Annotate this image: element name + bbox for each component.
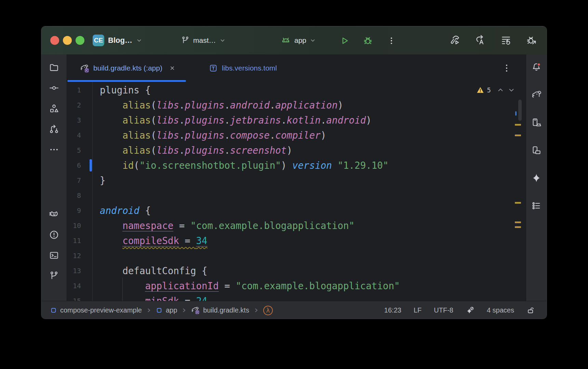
device-manager-icon[interactable] xyxy=(531,117,542,128)
line-number[interactable]: 10 xyxy=(67,221,81,230)
file-encoding[interactable]: UTF-8 xyxy=(434,306,453,314)
code-text: namespace = "com.example.blogapplication… xyxy=(81,220,355,231)
notifications-bell-icon[interactable] xyxy=(531,62,542,72)
breadcrumb-label: build.gradle.kts xyxy=(203,306,249,314)
code-line[interactable]: 5 alias(libs.plugins.screenshot) xyxy=(67,143,526,158)
tab-options-kebab-icon[interactable] xyxy=(502,63,511,73)
close-icon[interactable] xyxy=(169,64,176,72)
inspections-widget[interactable]: 5 xyxy=(476,86,516,94)
minimize-window-button[interactable] xyxy=(63,36,72,45)
logcat-icon[interactable] xyxy=(49,209,59,219)
code-line[interactable]: 1plugins { xyxy=(67,82,526,98)
unlock-icon[interactable] xyxy=(526,306,535,315)
desktop: CE Blog… mast… xyxy=(0,0,588,369)
line-number[interactable]: 6 xyxy=(67,161,81,169)
code-text: alias(libs.plugins.screenshot) xyxy=(81,145,292,156)
structure-icon[interactable] xyxy=(49,103,59,114)
workspace: build.gradle.kts (:app) libs.versions.to… xyxy=(41,54,547,301)
gemini-sparkle-icon[interactable] xyxy=(531,173,542,183)
tab-label: build.gradle.kts (:app) xyxy=(93,64,162,72)
line-number[interactable]: 8 xyxy=(67,191,81,200)
attach-debugger-icon[interactable] xyxy=(526,35,537,46)
chevron-right-icon xyxy=(146,308,151,313)
pull-requests-icon[interactable] xyxy=(49,124,59,134)
line-number[interactable]: 3 xyxy=(67,116,81,124)
running-devices-icon[interactable] xyxy=(531,145,542,155)
ai-assistant-off-icon[interactable] xyxy=(466,306,475,315)
sync-translate-icon[interactable] xyxy=(475,35,486,46)
code-line[interactable]: 4 alias(libs.plugins.compose.compiler) xyxy=(67,128,526,143)
zoom-window-button[interactable] xyxy=(76,36,84,45)
indent-setting[interactable]: 4 spaces xyxy=(487,306,514,314)
chevron-down-icon xyxy=(310,37,316,43)
line-number[interactable]: 2 xyxy=(67,101,81,109)
line-number[interactable]: 9 xyxy=(67,206,81,215)
project-widget[interactable]: CE Blog… xyxy=(93,26,142,54)
cursor-position[interactable]: 16:23 xyxy=(384,306,401,314)
code-text: applicationId = "com.example.blogapplica… xyxy=(81,280,400,291)
code-line[interactable]: 13 defaultConfig { xyxy=(67,263,526,278)
breadcrumb-item-project[interactable]: compose-preview-example xyxy=(50,306,142,314)
close-window-button[interactable] xyxy=(50,36,59,45)
code-line[interactable]: 8 xyxy=(67,188,526,203)
right-toolwindow-rail xyxy=(526,54,547,301)
vcs-change-stripe-mark[interactable] xyxy=(515,111,517,116)
breadcrumb-item-file[interactable]: build.gradle.kts xyxy=(191,306,249,315)
code-line[interactable]: 11 compileSdk = 34 xyxy=(67,233,526,248)
tab-build-gradle[interactable]: build.gradle.kts (:app) xyxy=(67,54,186,82)
status-widgets: 16:23 LF UTF-8 4 spaces xyxy=(384,306,535,315)
terminal-icon[interactable] xyxy=(49,250,59,260)
line-number[interactable]: 13 xyxy=(67,267,81,275)
commit-icon[interactable] xyxy=(49,83,59,93)
run-config-name: app xyxy=(294,36,306,44)
run-configuration-widget[interactable]: app xyxy=(281,26,316,54)
line-number[interactable]: 11 xyxy=(67,237,81,245)
toml-file-icon xyxy=(209,64,218,73)
titlebar-actions xyxy=(449,35,537,46)
line-separator[interactable]: LF xyxy=(414,306,422,314)
line-number[interactable]: 15 xyxy=(67,297,81,301)
warning-stripe-mark[interactable] xyxy=(515,226,521,228)
warning-stripe-mark[interactable] xyxy=(515,221,521,223)
warning-stripe-mark[interactable] xyxy=(515,202,521,204)
code-line[interactable]: 7} xyxy=(67,173,526,188)
code-editor[interactable]: 1plugins {2 alias(libs.plugins.android.a… xyxy=(67,82,526,301)
todo-list-icon[interactable] xyxy=(531,201,542,211)
more-tools-icon[interactable] xyxy=(49,144,59,155)
code-line[interactable]: 3 alias(libs.plugins.jetbrains.kotlin.an… xyxy=(67,113,526,128)
gradle-icon[interactable] xyxy=(531,90,542,100)
warning-stripe-mark[interactable] xyxy=(515,135,521,136)
line-number[interactable]: 4 xyxy=(67,131,81,139)
previous-problem-chevron-up-icon[interactable] xyxy=(496,86,505,94)
warning-stripe-mark[interactable] xyxy=(515,124,521,126)
line-number[interactable]: 1 xyxy=(67,86,81,94)
line-number[interactable]: 5 xyxy=(67,146,81,154)
kotlin-script-badge[interactable]: λ xyxy=(263,306,273,315)
debug-button[interactable] xyxy=(362,35,373,46)
code-line[interactable]: 14 applicationId = "com.example.blogappl… xyxy=(67,278,526,293)
tab-libs-versions[interactable]: libs.versions.toml xyxy=(196,54,287,82)
titlebar: CE Blog… mast… xyxy=(41,26,547,54)
code-line[interactable]: 12 xyxy=(67,248,526,263)
code-line[interactable]: 6 id("io.screenshotbot.plugin") version … xyxy=(67,158,526,173)
line-number[interactable]: 7 xyxy=(67,176,81,185)
branch-widget[interactable]: mast… xyxy=(181,26,226,54)
code-line[interactable]: 2 alias(libs.plugins.android.application… xyxy=(67,98,526,113)
code-line[interactable]: 9android { xyxy=(67,203,526,218)
git-branch-icon[interactable] xyxy=(49,271,59,281)
run-button[interactable] xyxy=(339,35,350,46)
scrollbar-thumb[interactable] xyxy=(518,100,522,121)
code-text: minSdk = 24 xyxy=(81,295,208,301)
restore-lines-icon[interactable] xyxy=(500,35,511,46)
code-text: alias(libs.plugins.compose.compiler) xyxy=(81,130,326,141)
project-folder-icon[interactable] xyxy=(49,62,59,73)
error-stripe[interactable] xyxy=(511,82,526,301)
more-kebab-icon[interactable] xyxy=(386,35,397,46)
code-line[interactable]: 15 minSdk = 24 xyxy=(67,293,526,301)
problems-icon[interactable] xyxy=(49,230,59,240)
build-run-icon[interactable] xyxy=(449,35,460,46)
line-number[interactable]: 14 xyxy=(67,282,81,290)
breadcrumb-item-module[interactable]: app xyxy=(156,306,177,314)
line-number[interactable]: 12 xyxy=(67,252,81,260)
code-line[interactable]: 10 namespace = "com.example.blogapplicat… xyxy=(67,218,526,233)
